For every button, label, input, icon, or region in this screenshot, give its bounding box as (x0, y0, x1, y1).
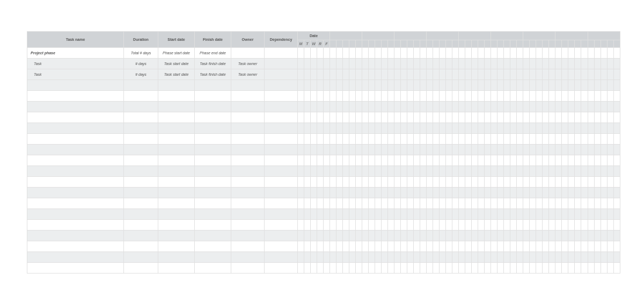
gantt-cell[interactable] (497, 177, 504, 188)
gantt-cell[interactable] (555, 102, 562, 112)
gantt-cell[interactable] (420, 91, 427, 102)
gantt-cell[interactable] (530, 91, 536, 102)
gantt-cell[interactable] (356, 80, 362, 91)
gantt-cell[interactable] (543, 48, 549, 59)
gantt-cell[interactable] (588, 91, 594, 102)
gantt-cell[interactable] (485, 220, 491, 231)
gantt-cell[interactable] (311, 112, 317, 123)
gantt-cell[interactable] (523, 209, 530, 220)
gantt-cell[interactable] (588, 198, 594, 209)
gantt-cell[interactable] (555, 198, 562, 209)
gantt-cell[interactable] (362, 188, 369, 198)
gantt-cell[interactable] (356, 220, 362, 231)
gantt-cell[interactable] (594, 209, 601, 220)
empty-cell[interactable] (231, 231, 265, 241)
gantt-cell[interactable] (543, 91, 549, 102)
gantt-cell[interactable] (401, 59, 407, 69)
empty-cell[interactable] (27, 263, 124, 274)
empty-cell[interactable] (124, 252, 158, 263)
empty-cell[interactable] (27, 198, 124, 209)
gantt-cell[interactable] (433, 241, 440, 252)
gantt-cell[interactable] (472, 59, 478, 69)
gantt-cell[interactable] (343, 177, 349, 188)
gantt-cell[interactable] (523, 102, 530, 112)
gantt-cell[interactable] (504, 209, 510, 220)
gantt-cell[interactable] (613, 155, 620, 166)
gantt-cell[interactable] (613, 188, 620, 198)
gantt-cell[interactable] (459, 263, 465, 274)
gantt-cell[interactable] (543, 134, 549, 145)
gantt-cell[interactable] (588, 155, 594, 166)
gantt-cell[interactable] (491, 155, 497, 166)
gantt-cell[interactable] (407, 231, 414, 241)
gantt-cell[interactable] (575, 102, 581, 112)
gantt-cell[interactable] (510, 220, 517, 231)
gantt-cell[interactable] (446, 155, 452, 166)
gantt-cell[interactable] (497, 231, 504, 241)
gantt-cell[interactable] (575, 209, 581, 220)
gantt-cell[interactable] (465, 134, 472, 145)
gantt-cell[interactable] (530, 188, 536, 198)
gantt-cell[interactable] (543, 112, 549, 123)
gantt-cell[interactable] (613, 231, 620, 241)
empty-cell[interactable] (195, 134, 231, 145)
gantt-cell[interactable] (491, 145, 497, 155)
gantt-cell[interactable] (555, 188, 562, 198)
empty-cell[interactable] (265, 220, 298, 231)
gantt-cell[interactable] (465, 69, 472, 80)
gantt-cell[interactable] (298, 155, 304, 166)
gantt-cell[interactable] (543, 231, 549, 241)
gantt-cell[interactable] (362, 59, 369, 69)
empty-cell[interactable] (124, 188, 158, 198)
gantt-cell[interactable] (349, 112, 356, 123)
gantt-cell[interactable] (568, 263, 575, 274)
gantt-cell[interactable] (549, 59, 555, 69)
gantt-cell[interactable] (343, 166, 349, 177)
gantt-cell[interactable] (504, 123, 510, 134)
gantt-cell[interactable] (504, 59, 510, 69)
gantt-cell[interactable] (543, 177, 549, 188)
gantt-cell[interactable] (555, 166, 562, 177)
gantt-cell[interactable] (510, 102, 517, 112)
gantt-cell[interactable] (575, 177, 581, 188)
gantt-cell[interactable] (362, 198, 369, 209)
gantt-cell[interactable] (394, 231, 401, 241)
gantt-cell[interactable] (356, 102, 362, 112)
gantt-cell[interactable] (446, 188, 452, 198)
gantt-cell[interactable] (543, 123, 549, 134)
gantt-cell[interactable] (485, 134, 491, 145)
gantt-cell[interactable] (369, 48, 375, 59)
gantt-cell[interactable] (497, 188, 504, 198)
gantt-cell[interactable] (601, 102, 607, 112)
gantt-cell[interactable] (330, 209, 336, 220)
gantt-cell[interactable] (369, 145, 375, 155)
gantt-cell[interactable] (440, 123, 446, 134)
gantt-cell[interactable] (607, 80, 613, 91)
gantt-cell[interactable] (401, 123, 407, 134)
gantt-cell[interactable] (555, 48, 562, 59)
gantt-cell[interactable] (523, 252, 530, 263)
gantt-cell[interactable] (588, 59, 594, 69)
gantt-cell[interactable] (349, 209, 356, 220)
gantt-cell[interactable] (478, 188, 485, 198)
gantt-cell[interactable] (613, 59, 620, 69)
gantt-cell[interactable] (452, 91, 459, 102)
gantt-cell[interactable] (388, 134, 394, 145)
gantt-cell[interactable] (472, 166, 478, 177)
gantt-cell[interactable] (562, 177, 568, 188)
gantt-cell[interactable] (369, 177, 375, 188)
empty-cell[interactable] (231, 220, 265, 231)
gantt-cell[interactable] (304, 209, 311, 220)
gantt-cell[interactable] (523, 241, 530, 252)
gantt-cell[interactable] (336, 166, 343, 177)
gantt-cell[interactable] (349, 231, 356, 241)
gantt-cell[interactable] (433, 155, 440, 166)
gantt-cell[interactable] (375, 69, 382, 80)
gantt-cell[interactable] (362, 155, 369, 166)
gantt-cell[interactable] (356, 177, 362, 188)
gantt-cell[interactable] (517, 112, 523, 123)
gantt-cell[interactable] (375, 231, 382, 241)
gantt-cell[interactable] (382, 48, 388, 59)
gantt-cell[interactable] (613, 80, 620, 91)
gantt-cell[interactable] (382, 263, 388, 274)
